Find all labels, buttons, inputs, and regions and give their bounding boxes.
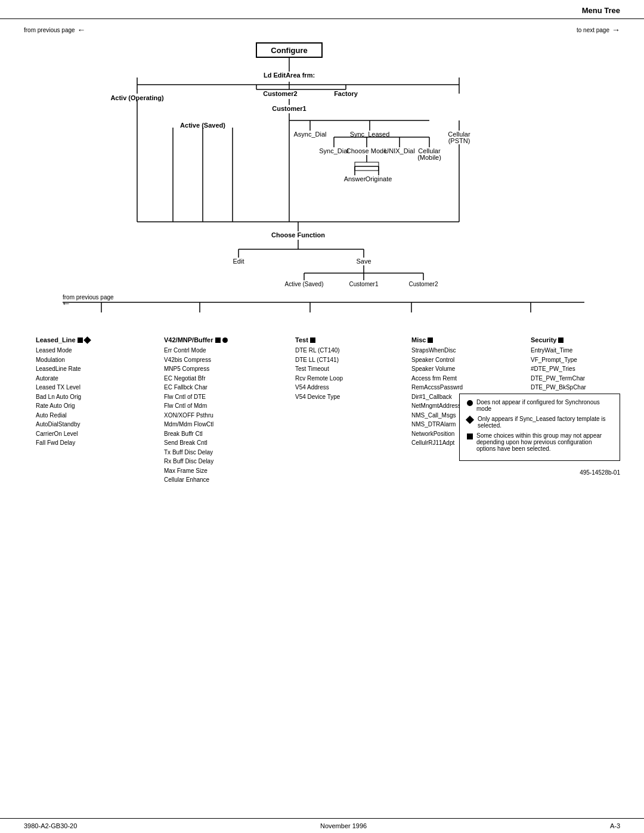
list-item: Leased Mode <box>36 346 131 355</box>
svg-text:Sync_Dial: Sync_Dial <box>319 147 349 154</box>
test-items: DTE RL (CT140) DTE LL (CT141) Test Timeo… <box>295 346 379 401</box>
list-item: CarrierOn Level <box>36 429 131 439</box>
test-label: Test <box>295 336 308 343</box>
svg-text:Answer: Answer <box>344 175 366 182</box>
list-item: Bad Ln Auto Orig <box>36 392 131 402</box>
legend-box: Does not appear if configured for Synchr… <box>459 394 620 461</box>
svg-text:Originate: Originate <box>366 175 392 182</box>
list-item: Tx Buff Disc Delay <box>164 448 262 457</box>
list-item: Speaker Volume <box>411 364 498 374</box>
svg-text:Choose Mode: Choose Mode <box>346 147 388 154</box>
svg-text:←: ← <box>61 298 71 308</box>
v42mnp-label: V42/MNP/Buffer <box>164 336 213 343</box>
list-item: #DTE_PW_Tries <box>531 364 608 374</box>
column-test: Test DTE RL (CT140) DTE LL (CT141) Test … <box>295 336 379 485</box>
list-item: Send Break Cntl <box>164 438 262 448</box>
svg-text:(PSTN): (PSTN) <box>448 137 470 144</box>
svg-text:(Mobile): (Mobile) <box>417 154 441 161</box>
list-item: Modulation <box>36 355 131 365</box>
nav-from-prev: from previous page ← <box>24 25 86 35</box>
list-item: Speaker Control <box>411 355 498 365</box>
svg-text:Ld EditArea frm:: Ld EditArea frm: <box>264 72 315 79</box>
list-item: LeasedLine Rate <box>36 364 131 374</box>
list-item: Err Contrl Mode <box>164 346 262 355</box>
legend-diamond-icon <box>466 415 474 423</box>
svg-text:Factory: Factory <box>334 90 358 97</box>
page-footer: 3980-A2-GB30-20 November 1996 A-3 <box>0 818 644 833</box>
list-item: RemAccssPasswrd <box>411 383 498 392</box>
legend-square-text: Some choices within this group may not a… <box>476 432 612 452</box>
test-square-icon <box>310 337 315 343</box>
page-header: Menu Tree <box>0 0 644 19</box>
svg-text:Configure: Configure <box>271 46 307 55</box>
list-item: Mdm/Mdm FlowCtl <box>164 420 262 429</box>
footer-left: 3980-A2-GB30-20 <box>24 822 77 829</box>
list-item: Break Buffr Ctl <box>164 429 262 439</box>
list-item: XON/XOFF Psthru <box>164 411 262 420</box>
column-v42mnp: V42/MNP/Buffer Err Contrl Mode V42bis Co… <box>164 336 262 485</box>
list-item: Test Timeout <box>295 364 379 374</box>
svg-text:Customer1: Customer1 <box>272 105 306 112</box>
misc-square-icon <box>428 337 433 343</box>
list-item: Auto Redial <box>36 411 131 420</box>
v42mnp-square-icon <box>215 337 221 343</box>
legend-circle-text: Does not appear if configured for Synchr… <box>476 399 612 412</box>
legend-square-icon <box>467 433 473 439</box>
svg-text:Customer2: Customer2 <box>263 90 297 97</box>
list-item: AutoDialStandby <box>36 420 131 429</box>
nav-from-prev-text: from previous page <box>24 27 75 33</box>
list-item: EC Fallbck Char <box>164 383 262 392</box>
list-item: Access frm Remt <box>411 374 498 383</box>
list-item: StrapsWhenDisc <box>411 346 498 355</box>
list-item: DTE_PW_BkSpChar <box>531 383 608 392</box>
svg-text:Customer1: Customer1 <box>349 281 379 287</box>
leased-line-square-icon <box>78 337 83 343</box>
list-item: EntryWait_Time <box>531 346 608 355</box>
column-leased-line: Leased_Line Leased Mode Modulation Lease… <box>36 336 131 485</box>
list-item: DTE_PW_TermChar <box>531 374 608 383</box>
nav-to-next-text: to next page <box>577 27 609 33</box>
svg-text:Choose Function: Choose Function <box>271 231 325 239</box>
footer-right: A-3 <box>610 822 620 829</box>
legend-item-diamond: Only appears if Sync_Leased factory temp… <box>467 416 612 429</box>
col-header-test: Test <box>295 336 379 343</box>
list-item: Rx Buff Disc Delay <box>164 457 262 466</box>
main-content: from previous page ← to next page → Conf… <box>0 19 644 521</box>
v42mnp-items: Err Contrl Mode V42bis Compress MNP5 Com… <box>164 346 262 485</box>
part-number: 495-14528b-01 <box>580 469 620 476</box>
v42mnp-circle-icon <box>222 337 228 343</box>
list-item: V54 Device Type <box>295 392 379 402</box>
leased-line-diamond-icon <box>83 336 91 344</box>
list-item: Flw Cntl of Mdm <box>164 401 262 411</box>
list-item: Cellular Enhance <box>164 475 262 485</box>
list-item: Flw Cntl of DTE <box>164 392 262 402</box>
misc-label: Misc <box>411 336 426 343</box>
legend-item-circle: Does not appear if configured for Synchr… <box>467 399 612 412</box>
list-item: Rcv Remote Loop <box>295 374 379 383</box>
list-item: Leased TX Level <box>36 383 131 392</box>
svg-text:Edit: Edit <box>233 258 244 265</box>
security-square-icon <box>558 337 564 343</box>
security-label: Security <box>531 336 556 343</box>
nav-to-next: to next page → <box>577 25 620 35</box>
list-item: MNP5 Compress <box>164 364 262 374</box>
list-item: Autorate <box>36 374 131 383</box>
right-arrow-icon: → <box>612 25 620 35</box>
legend-diamond-text: Only appears if Sync_Leased factory temp… <box>478 416 612 429</box>
leased-line-items: Leased Mode Modulation LeasedLine Rate A… <box>36 346 131 448</box>
list-item: Fall Fwd Delay <box>36 438 131 448</box>
list-item: V54 Address <box>295 383 379 392</box>
list-item: DTE RL (CT140) <box>295 346 379 355</box>
list-item: VF_Prompt_Type <box>531 355 608 365</box>
legend-item-square: Some choices within this group may not a… <box>467 432 612 452</box>
svg-text:UNIX_Dial: UNIX_Dial <box>384 147 414 154</box>
col-header-leased-line: Leased_Line <box>36 336 131 343</box>
list-item: Max Frame Size <box>164 466 262 476</box>
list-item: Rate Auto Orig <box>36 401 131 411</box>
page-title: Menu Tree <box>582 6 620 15</box>
svg-text:Async_Dial: Async_Dial <box>293 131 326 138</box>
col-header-misc: Misc <box>411 336 498 343</box>
nav-row-top: from previous page ← to next page → <box>24 25 620 35</box>
leased-line-label: Leased_Line <box>36 336 76 343</box>
svg-text:Active (Saved): Active (Saved) <box>284 281 323 287</box>
